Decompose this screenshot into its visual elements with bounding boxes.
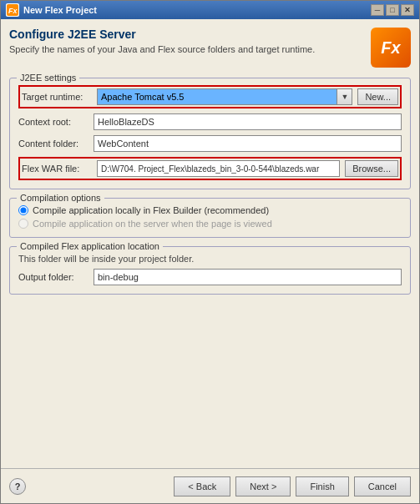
war-row-inner: Flex WAR file: Browse...: [22, 160, 398, 177]
context-root-label: Context root:: [18, 117, 94, 127]
content-folder-label: Content folder:: [18, 139, 94, 149]
output-folder-input[interactable]: [94, 269, 402, 285]
target-runtime-row: Target runtime: ▼ New...: [18, 85, 402, 108]
window-icon: Fx: [6, 3, 19, 17]
context-root-input[interactable]: [94, 113, 402, 130]
j2ee-settings-group: J2EE settings Target runtime: ▼ New... C…: [9, 78, 411, 189]
compilation-radio-group: Compile application locally in Flex Buil…: [18, 205, 402, 229]
output-folder-label: Output folder:: [18, 272, 94, 282]
output-section-label: Compiled Flex application location: [17, 241, 163, 251]
target-runtime-input[interactable]: [97, 88, 337, 105]
help-button[interactable]: ?: [9, 478, 26, 495]
target-runtime-dropdown-button[interactable]: ▼: [337, 88, 352, 105]
compile-server-radio[interactable]: [18, 219, 28, 229]
compile-local-row: Compile application locally in Flex Buil…: [18, 205, 402, 215]
title-bar-controls: ─ □ ✕: [371, 4, 414, 16]
svg-text:Fx: Fx: [8, 7, 18, 15]
page-subtitle: Specify the names of your Java and Flex …: [9, 44, 362, 54]
window: Fx New Flex Project ─ □ ✕ Configure J2EE…: [0, 0, 420, 504]
output-description: This folder will be inside your project …: [18, 254, 402, 264]
output-section-group: Compiled Flex application location This …: [9, 246, 411, 295]
compilation-options-group: Compilation options Compile application …: [9, 198, 411, 238]
compile-local-label: Compile application locally in Flex Buil…: [33, 205, 269, 215]
compile-local-radio[interactable]: [18, 205, 28, 215]
header-text: Configure J2EE Server Specify the names …: [9, 28, 362, 54]
flex-war-input[interactable]: [97, 160, 340, 177]
compilation-section-label: Compilation options: [17, 193, 104, 203]
finish-button[interactable]: Finish: [296, 476, 348, 496]
footer-left: ?: [9, 478, 26, 495]
output-folder-row: Output folder:: [18, 269, 402, 285]
content-folder-row: Content folder:: [18, 135, 402, 152]
cancel-button[interactable]: Cancel: [354, 476, 411, 496]
compile-server-label: Compile application on the server when t…: [33, 219, 272, 229]
context-root-row: Context root:: [18, 113, 402, 130]
main-area: Configure J2EE Server Specify the names …: [9, 28, 411, 460]
footer-right: < Back Next > Finish Cancel: [174, 476, 411, 496]
close-button[interactable]: ✕: [401, 4, 414, 16]
content-folder-input[interactable]: [94, 135, 402, 152]
window-title: New Flex Project: [23, 5, 97, 15]
maximize-button[interactable]: □: [386, 4, 399, 16]
flex-war-row: Flex WAR file: Browse...: [18, 157, 402, 180]
runtime-row-inner: Target runtime: ▼ New...: [22, 88, 398, 105]
compile-server-row: Compile application on the server when t…: [18, 219, 402, 229]
j2ee-section-label: J2EE settings: [17, 73, 79, 83]
target-runtime-label: Target runtime:: [22, 92, 97, 102]
header-section: Configure J2EE Server Specify the names …: [9, 28, 411, 68]
minimize-button[interactable]: ─: [371, 4, 384, 16]
back-button[interactable]: < Back: [174, 476, 230, 496]
flex-war-label: Flex WAR file:: [22, 164, 97, 174]
footer: ? < Back Next > Finish Cancel: [1, 468, 419, 503]
fx-logo: Fx: [371, 28, 411, 68]
next-button[interactable]: Next >: [235, 476, 291, 496]
target-runtime-combo[interactable]: ▼: [97, 88, 352, 105]
page-title: Configure J2EE Server: [9, 28, 362, 41]
main-content: Configure J2EE Server Specify the names …: [1, 19, 419, 468]
new-runtime-button[interactable]: New...: [357, 88, 398, 105]
title-bar: Fx New Flex Project ─ □ ✕: [1, 1, 419, 19]
browse-button[interactable]: Browse...: [345, 160, 398, 177]
